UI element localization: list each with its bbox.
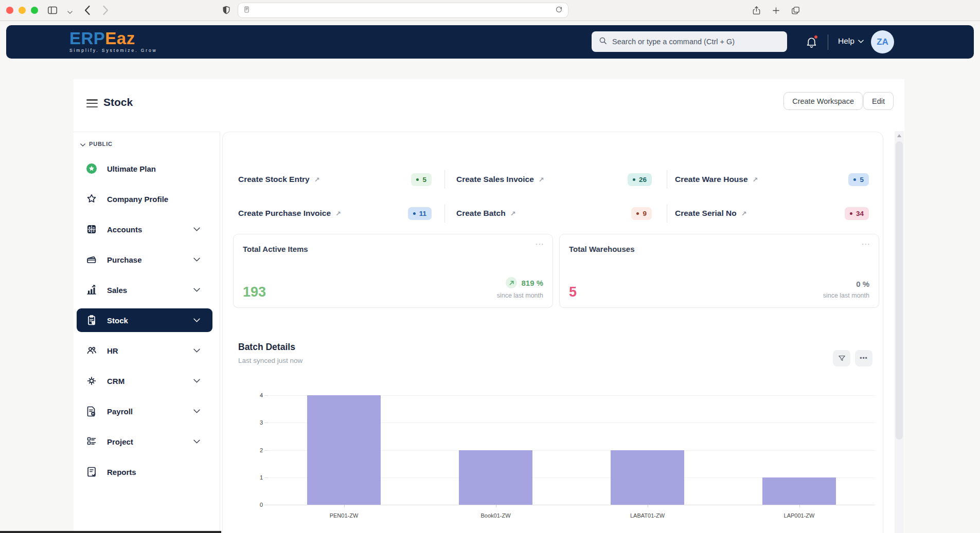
window-minimize-button[interactable] (19, 7, 26, 14)
badge-count: 26 (639, 176, 647, 183)
window-close-button[interactable] (6, 7, 13, 14)
avatar[interactable]: ZA (871, 30, 894, 53)
chart-more-button[interactable]: ••• (855, 350, 872, 366)
sidebar-item-purchase[interactable]: Purchase (77, 248, 212, 271)
external-link-arrow-icon: ↗ (510, 210, 516, 217)
content-panel: Stock Create Workspace Edit PUBLIC Ultim… (74, 79, 904, 533)
shortcut-cell: Create Purchase Invoice↗11 (238, 204, 444, 223)
sidebar-item-accounts[interactable]: Accounts (77, 217, 212, 241)
sidebar-item-hr[interactable]: HR (77, 339, 212, 362)
count-badge: 34 (845, 207, 869, 220)
header-divider (828, 34, 828, 50)
chevron-down-icon (80, 139, 85, 149)
share-icon[interactable] (750, 4, 762, 16)
new-tab-icon[interactable] (770, 4, 782, 16)
sidebar-item-ultimate-plan[interactable]: Ultimate Plan (77, 157, 212, 180)
y-tick-label: 4 (250, 392, 263, 398)
shortcut-create-serial-no[interactable]: Create Serial No↗ (675, 209, 747, 218)
badge-dot-icon (853, 178, 856, 181)
sidebar-item-project[interactable]: Project (77, 430, 212, 453)
y-tick-label: 0 (250, 502, 263, 508)
shortcut-label: Create Serial No (675, 209, 737, 218)
shortcut-create-sales-invoice[interactable]: Create Sales Invoice↗ (456, 175, 544, 184)
browser-back-button[interactable] (81, 4, 93, 16)
browser-window: ERPEaz Simplify. Systemize. Grow Help ZA (0, 0, 980, 533)
x-tick-label: LAP001-ZW (723, 512, 875, 519)
sidebar-item-label: Accounts (107, 225, 142, 234)
card-menu-button[interactable]: ... (536, 237, 544, 246)
shortcut-label: Create Batch (456, 209, 506, 218)
sidebar-items: Ultimate PlanCompany ProfileAccountsPurc… (77, 157, 212, 484)
global-search[interactable] (592, 31, 787, 52)
window-bottom-edge (0, 531, 221, 533)
sidebar-item-crm[interactable]: CRM (77, 369, 212, 393)
browser-forward-button[interactable] (99, 4, 112, 16)
network-icon (85, 374, 98, 388)
shortcut-create-stock-entry[interactable]: Create Stock Entry↗ (238, 175, 320, 184)
edit-button[interactable]: Edit (863, 92, 894, 110)
sidebar-item-reports[interactable]: Reports (77, 460, 212, 484)
batch-details-sync-status: Last synced just now (238, 357, 302, 364)
sidebar: PUBLIC Ultimate PlanCompany ProfileAccou… (74, 132, 220, 533)
shortcut-create-ware-house[interactable]: Create Ware House↗ (675, 175, 758, 184)
x-tick-label: LABAT01-ZW (572, 512, 723, 519)
url-bar[interactable] (238, 3, 568, 18)
project-board-icon (85, 435, 98, 448)
notification-badge (814, 35, 818, 39)
reader-mode-icon[interactable] (243, 5, 250, 16)
erpeaz-logo[interactable]: ERPEaz Simplify. Systemize. Grow (69, 30, 157, 53)
shortcut-cell: Create Stock Entry↗5 (238, 170, 444, 189)
sidebar-item-sales[interactable]: Sales (77, 278, 212, 302)
help-menu[interactable]: Help (838, 36, 864, 46)
sidebar-item-payroll[interactable]: $Payroll (77, 399, 212, 423)
sidebar-item-company-profile[interactable]: Company Profile (77, 187, 212, 211)
external-link-arrow-icon: ↗ (335, 210, 341, 217)
shortcut-create-purchase-invoice[interactable]: Create Purchase Invoice↗ (238, 209, 341, 218)
badge-dot-icon (413, 212, 416, 215)
scrollbar-thumb[interactable] (896, 141, 903, 439)
chevron-down-icon (193, 409, 200, 413)
sidebar-section-public[interactable]: PUBLIC (80, 139, 113, 149)
shortcut-create-batch[interactable]: Create Batch↗ (456, 209, 516, 218)
browser-sidebar-toggle-icon[interactable] (46, 4, 59, 16)
shortcut-cell: Create Batch↗9 (444, 204, 667, 223)
badge-count: 5 (422, 176, 426, 183)
stat-cards: Total Active Items...193819 %since last … (233, 234, 879, 308)
help-label: Help (838, 36, 854, 46)
search-input[interactable] (612, 38, 780, 46)
count-badge: 5 (848, 173, 869, 186)
reload-icon[interactable] (555, 6, 563, 15)
card-menu-button[interactable]: ... (862, 237, 870, 246)
chevron-down-icon (858, 40, 864, 43)
badge-count: 9 (643, 210, 647, 217)
y-tick (264, 505, 268, 505)
notification-bell-icon[interactable] (805, 35, 818, 49)
page-menu-icon[interactable] (86, 99, 98, 107)
app-header: ERPEaz Simplify. Systemize. Grow Help ZA (6, 25, 974, 59)
sidebar-item-stock[interactable]: Stock (77, 308, 212, 332)
badge-count: 5 (860, 176, 864, 183)
window-zoom-button[interactable] (31, 7, 38, 14)
url-input[interactable] (250, 7, 555, 14)
shortcut-cell: Create Sales Invoice↗26 (444, 170, 667, 189)
chevron-down-icon (193, 439, 200, 444)
sidebar-item-label: Purchase (107, 255, 142, 264)
stat-title: Total Warehouses (569, 245, 635, 253)
stat-caption: since last month (823, 292, 869, 299)
tab-overview-icon[interactable] (789, 4, 801, 16)
stat-change: 0 % (856, 280, 869, 288)
chevron-down-icon (193, 318, 200, 322)
create-workspace-button[interactable]: Create Workspace (783, 92, 863, 110)
page-title: Stock (103, 96, 133, 108)
sidebar-item-label: Company Profile (107, 195, 168, 204)
purchase-cards-icon (85, 253, 98, 266)
privacy-shield-icon[interactable] (220, 4, 233, 16)
filter-button[interactable] (833, 350, 850, 366)
external-link-arrow-icon: ↗ (539, 176, 544, 183)
chevron-down-icon[interactable] (64, 6, 76, 19)
external-link-arrow-icon: ↗ (741, 210, 747, 217)
badge-count: 11 (419, 210, 426, 217)
scrollbar-up-arrow[interactable] (897, 134, 901, 137)
logo-text-eaz: Eaz (105, 29, 135, 48)
shortcut-label: Create Ware House (675, 175, 748, 184)
